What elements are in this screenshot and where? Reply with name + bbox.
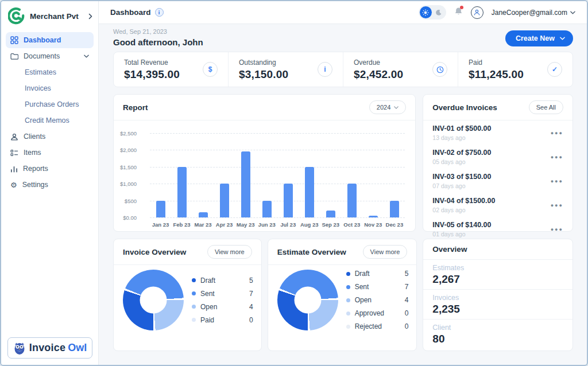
overview-title: Overview	[432, 245, 467, 254]
invoice-name: INV-02 of $750.00	[432, 149, 491, 157]
row-actions-menu-icon[interactable]: ●●●	[551, 130, 563, 136]
legend-dot	[192, 291, 196, 295]
overview-stat-label: Invoices	[432, 294, 563, 302]
items-icon	[10, 149, 18, 157]
legend-item-draft: Draft5	[192, 277, 253, 285]
sidebar-item-settings[interactable]: ⚙Settings	[6, 177, 94, 193]
y-axis-label: $0.00	[114, 215, 137, 221]
documents-folder-icon	[10, 53, 18, 60]
invoice-age: 01 days ago	[432, 231, 491, 237]
overdue-invoice-row: INV-05 of $140.0001 days ago●●●	[423, 217, 572, 241]
stat-value: $2,452.00	[354, 68, 432, 81]
overview-card: Overview Estimates2,267Invoices2,235Clie…	[423, 239, 573, 351]
bar-aug-23	[305, 167, 314, 217]
account-email: JaneCooper@gmail.com	[492, 9, 567, 17]
y-axis-label: $1,500	[114, 163, 137, 170]
bar-nov-23	[369, 216, 378, 217]
legend-label: Sent	[355, 283, 369, 291]
legend-value: 0	[249, 316, 253, 324]
overdue-invoices-title: Overdue Invoices	[432, 103, 497, 112]
legend-value: 7	[249, 290, 253, 298]
row-actions-menu-icon[interactable]: ●●●	[551, 154, 563, 160]
company-logo-icon	[8, 7, 25, 25]
sidebar-item-clients[interactable]: Clients	[6, 129, 94, 145]
chart-plot-area	[150, 133, 405, 217]
legend-item-approved: Approved0	[346, 309, 409, 317]
legend-dot	[192, 305, 196, 309]
bar-may-23	[241, 151, 250, 217]
invoice-legend: Draft5Sent7Open4Paid0	[192, 277, 253, 324]
row-actions-menu-icon[interactable]: ●●●	[551, 203, 563, 208]
invoice-donut-chart	[123, 270, 184, 330]
clients-icon	[10, 133, 18, 141]
y-axis-label: $500	[114, 197, 137, 204]
report-title: Report	[123, 103, 148, 112]
notifications-bell-icon[interactable]	[454, 7, 463, 18]
estimate-legend: Draft5Sent7Open4Approved0Rejected0	[346, 270, 409, 330]
x-axis-label: Feb 23	[171, 221, 192, 228]
x-axis-label: May 23	[235, 221, 256, 228]
sidebar-item-documents[interactable]: Documents	[6, 48, 94, 64]
legend-dot	[192, 318, 196, 322]
legend-dot	[346, 272, 350, 276]
invoice-view-more-button[interactable]: View more	[207, 245, 252, 259]
invoice-age: 02 days ago	[432, 207, 495, 213]
light-mode-icon[interactable]	[420, 6, 432, 18]
legend-label: Draft	[355, 270, 370, 278]
theme-toggle[interactable]	[419, 5, 446, 20]
sidebar-menu: DashboardDocumentsEstimatesInvoicesPurch…	[1, 30, 98, 195]
estimate-view-more-button[interactable]: View more	[363, 245, 408, 259]
bar-feb-23	[177, 167, 187, 217]
current-date: Wed, Sep 21, 2023	[113, 28, 203, 35]
invoice-name: INV-01 of $500.00	[432, 124, 491, 133]
legend-label: Paid	[200, 316, 214, 324]
overview-stat-estimates: Estimates2,267	[423, 260, 572, 289]
see-all-button[interactable]: See All	[529, 100, 563, 114]
legend-value: 4	[405, 296, 409, 304]
account-menu[interactable]: JaneCooper@gmail.com	[492, 9, 575, 17]
bar-jan-23	[156, 201, 165, 217]
sidebar-item-reports[interactable]: Reports	[6, 161, 94, 177]
workspace-switcher[interactable]: Merchant Pvt	[1, 1, 98, 30]
sidebar-item-invoices[interactable]: Invoices	[6, 80, 94, 96]
invoiceowl-word-owl: Owl	[68, 342, 87, 354]
invoiceowl-word-invoice: Invoice	[29, 342, 65, 354]
create-new-button[interactable]: Create New	[505, 30, 573, 46]
invoice-name: INV-05 of $140.00	[432, 221, 491, 229]
invoice-name: INV-04 of $1500.00	[432, 197, 495, 205]
sidebar-item-credit-memos[interactable]: Credit Memos	[6, 112, 94, 129]
row-actions-menu-icon[interactable]: ●●●	[551, 178, 563, 184]
overview-stat-value: 2,235	[432, 303, 563, 316]
topbar: Dashboard i	[99, 1, 587, 24]
sidebar-item-dashboard[interactable]: Dashboard	[6, 32, 94, 48]
legend-label: Sent	[200, 290, 215, 298]
info-icon[interactable]: i	[318, 62, 332, 77]
overview-stat-value: 2,267	[432, 273, 563, 286]
x-axis-label: Jan 23	[150, 221, 171, 228]
legend-label: Approved	[355, 309, 384, 317]
report-card: Report 2024 $2,500$2,000$1,500$1,000$500…	[113, 94, 416, 232]
legend-value: 5	[405, 270, 409, 278]
dashboard-grid-icon	[10, 36, 18, 44]
chevron-down-icon	[84, 54, 89, 58]
stats-summary-row: Total Revenue$14,395.00$Outstanding$3,15…	[113, 52, 573, 87]
x-axis-label: Mar 23	[192, 221, 214, 228]
legend-value: 0	[405, 322, 409, 330]
legend-item-sent: Sent7	[346, 283, 409, 291]
dark-mode-icon[interactable]	[433, 6, 445, 18]
user-avatar[interactable]	[471, 6, 483, 19]
settings-gear-icon: ⚙	[10, 181, 17, 189]
x-axis-label: Apr 23	[214, 221, 235, 228]
dashboard-content: Wed, Sep 21, 2023 Good afternoon, John C…	[99, 24, 587, 365]
sidebar-item-estimates[interactable]: Estimates	[6, 64, 94, 80]
row-actions-menu-icon[interactable]: ●●●	[551, 227, 563, 232]
page-info-icon[interactable]: i	[155, 8, 164, 17]
legend-label: Open	[200, 303, 217, 311]
sidebar-item-items[interactable]: Items	[6, 145, 94, 161]
revenue-bar-chart: $2,500$2,000$1,500$1,000$500$0.00Jan 23F…	[114, 120, 415, 227]
invoiceowl-logo: Invoice Owl	[7, 337, 92, 359]
sidebar-item-purchase-orders[interactable]: Purchase Orders	[6, 96, 94, 112]
bar-apr-23	[220, 184, 229, 217]
legend-item-open: Open4	[346, 296, 409, 304]
report-year-dropdown[interactable]: 2024	[369, 100, 406, 114]
